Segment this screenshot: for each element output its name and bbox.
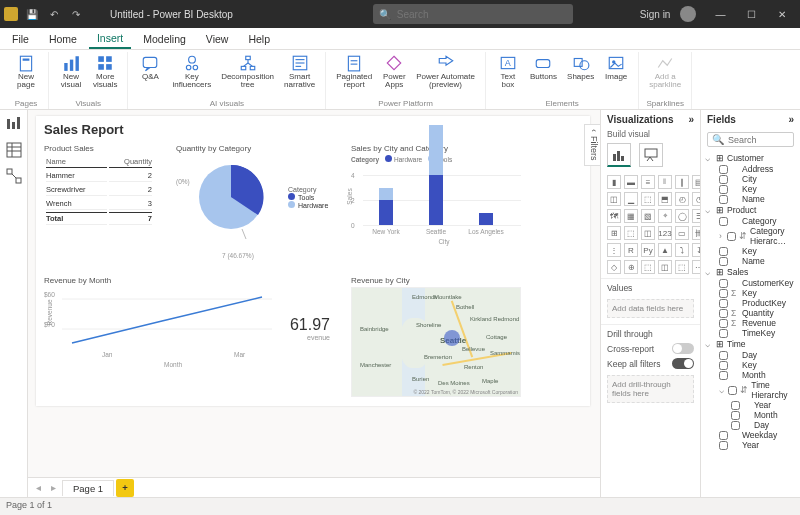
viz-type-22[interactable]: ▭ (675, 226, 689, 240)
maximize-button[interactable]: ☐ (737, 9, 765, 20)
viz-type-34[interactable]: ⬚ (675, 260, 689, 274)
avatar[interactable] (680, 6, 696, 22)
values-well[interactable]: Add data fields here (607, 299, 694, 318)
ribbon-smart-narrative[interactable]: Smart narrative (280, 52, 319, 92)
field-key[interactable]: Key (705, 246, 796, 256)
collapse-icon[interactable]: » (788, 114, 794, 125)
cross-report-toggle[interactable] (672, 343, 694, 354)
ribbon-buttons[interactable]: Buttons (526, 52, 561, 92)
ribbon-qa[interactable]: Q&A (134, 52, 166, 92)
table-time[interactable]: ⌵⊞Time (705, 338, 796, 350)
field-address[interactable]: Address (705, 164, 796, 174)
fields-search[interactable]: 🔍 (707, 132, 794, 147)
field-productkey[interactable]: ProductKey (705, 298, 796, 308)
viz-type-0[interactable]: ▮ (607, 175, 621, 189)
viz-type-33[interactable]: ◫ (658, 260, 672, 274)
fields-search-input[interactable] (728, 135, 789, 145)
viz-type-3[interactable]: ⫴ (658, 175, 672, 189)
viz-type-25[interactable]: R (624, 243, 638, 257)
field-quantity[interactable]: ΣQuantity (705, 308, 796, 318)
viz-type-9[interactable]: ⬒ (658, 192, 672, 206)
field-categoryhierarc[interactable]: ›⇵Category Hierarc… (705, 226, 796, 246)
table-sales[interactable]: ⌵⊞Sales (705, 266, 796, 278)
field-key[interactable]: Key (705, 360, 796, 370)
ribbon-power-apps[interactable]: Power Apps (378, 52, 410, 92)
data-view-icon[interactable] (6, 142, 22, 158)
field-weekday[interactable]: Weekday (705, 430, 796, 440)
undo-icon[interactable]: ↶ (46, 6, 62, 22)
ribbon-shapes[interactable]: Shapes (563, 52, 598, 92)
table-customer[interactable]: ⌵⊞Customer (705, 152, 796, 164)
viz-type-12[interactable]: 🗺 (607, 209, 621, 223)
viz-type-19[interactable]: ⬚ (624, 226, 638, 240)
ribbon-powerautomate-preview[interactable]: Power Automate (preview) (412, 52, 479, 92)
field-customerkey[interactable]: CustomerKey (705, 278, 796, 288)
global-search[interactable]: 🔍 (373, 4, 573, 24)
field-day[interactable]: Day (705, 420, 796, 430)
ribbon-key-influencers[interactable]: Key influencers (168, 52, 215, 92)
viz-type-4[interactable]: ∥ (675, 175, 689, 189)
minimize-button[interactable]: — (706, 9, 734, 20)
filters-collapsed-pane[interactable]: ‹ Filters (584, 124, 600, 166)
field-city[interactable]: City (705, 174, 796, 184)
visual-qty-by-category[interactable]: Quantity by Category (0%) 7 (46.67%) Cat… (176, 144, 336, 245)
page-tab[interactable]: Page 1 (62, 480, 114, 496)
global-search-input[interactable] (397, 9, 567, 20)
sign-in-link[interactable]: Sign in (640, 9, 671, 20)
format-visual-tab[interactable] (639, 143, 663, 167)
report-view-icon[interactable] (6, 116, 22, 132)
save-icon[interactable]: 💾 (24, 6, 40, 22)
viz-type-26[interactable]: Py (641, 243, 655, 257)
menu-modeling[interactable]: Modeling (135, 30, 194, 48)
field-year[interactable]: Year (705, 400, 796, 410)
viz-type-30[interactable]: ◇ (607, 260, 621, 274)
viz-type-18[interactable]: ⊞ (607, 226, 621, 240)
menu-file[interactable]: File (4, 30, 37, 48)
field-year[interactable]: Year (705, 440, 796, 450)
viz-type-8[interactable]: ⬚ (641, 192, 655, 206)
add-page-button[interactable]: + (116, 479, 134, 497)
viz-type-32[interactable]: ⬚ (641, 260, 655, 274)
ribbon-text-box[interactable]: AText box (492, 52, 524, 92)
viz-type-28[interactable]: ⤵ (675, 243, 689, 257)
viz-type-16[interactable]: ◯ (675, 209, 689, 223)
keep-filters-toggle[interactable] (672, 358, 694, 369)
field-key[interactable]: ΣKey (705, 288, 796, 298)
viz-type-21[interactable]: 123 (658, 226, 672, 240)
field-name[interactable]: Name (705, 194, 796, 204)
visual-sales-city-category[interactable]: Sales by City and Category Category Hard… (351, 144, 531, 235)
tab-nav-left[interactable]: ◂ (32, 482, 45, 493)
ribbon-new-page[interactable]: New page (10, 52, 42, 92)
menu-help[interactable]: Help (240, 30, 278, 48)
viz-type-31[interactable]: ⊕ (624, 260, 638, 274)
field-name[interactable]: Name (705, 256, 796, 266)
tab-nav-right[interactable]: ▸ (47, 482, 60, 493)
viz-type-14[interactable]: ▧ (641, 209, 655, 223)
collapse-icon[interactable]: » (688, 114, 694, 125)
table-product[interactable]: ⌵⊞Product (705, 204, 796, 216)
map-visual[interactable]: Seattle Bothell Kirkland Redmond Des Moi… (351, 287, 521, 397)
ribbon-paginated-report[interactable]: Paginated report (332, 52, 376, 92)
menu-view[interactable]: View (198, 30, 237, 48)
ribbon-new-visual[interactable]: New visual (55, 52, 87, 92)
visual-revenue-by-month[interactable]: Revenue by Month $60 $70 Revenue Jan Mar… (44, 276, 334, 367)
field-timehierarchy[interactable]: ⌵⇵Time Hierarchy (705, 380, 796, 400)
field-revenue[interactable]: ΣRevenue (705, 318, 796, 328)
viz-type-13[interactable]: ▦ (624, 209, 638, 223)
ribbon-decomposition-tree[interactable]: Decomposition tree (217, 52, 278, 92)
field-month[interactable]: Month (705, 410, 796, 420)
viz-type-15[interactable]: ⌖ (658, 209, 672, 223)
report-canvas[interactable]: Sales Report Product Sales NameQuantityH… (28, 110, 600, 505)
build-visual-tab[interactable] (607, 143, 631, 167)
menu-home[interactable]: Home (41, 30, 85, 48)
viz-type-27[interactable]: ▲ (658, 243, 672, 257)
field-day[interactable]: Day (705, 350, 796, 360)
ribbon-image[interactable]: Image (600, 52, 632, 92)
menu-insert[interactable]: Insert (89, 29, 131, 49)
model-view-icon[interactable] (6, 168, 22, 184)
viz-type-1[interactable]: ▬ (624, 175, 638, 189)
visual-revenue-by-city[interactable]: Revenue by City Seattle Bothell Kirkland… (351, 276, 521, 397)
viz-type-2[interactable]: ≡ (641, 175, 655, 189)
ribbon-more-visuals[interactable]: More visuals (89, 52, 121, 92)
viz-type-24[interactable]: ⋮ (607, 243, 621, 257)
